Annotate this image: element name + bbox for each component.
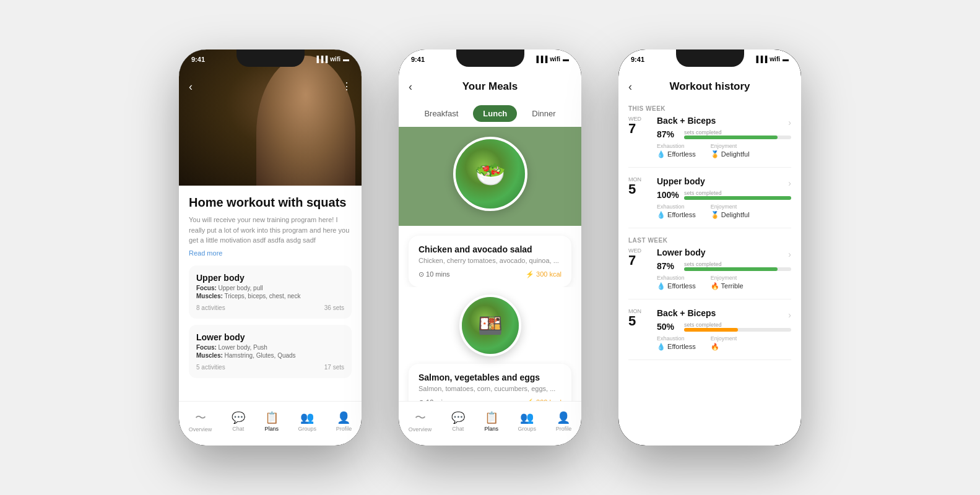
meal-name-2: Salmon, vegetables and eggs	[418, 372, 562, 382]
overview-icon: 〜	[195, 410, 206, 425]
nav-overview-2[interactable]: 〜 Overview	[409, 410, 432, 433]
meta-row-3: Exhaustion 💧 Effortless Enjoyment 🔥 Terr…	[657, 275, 791, 290]
progress-row-2: 100% sets completed	[657, 190, 791, 200]
status-icons-2: ▐▐▐ wifi ▬	[534, 56, 569, 62]
upper-body-activities: 8 activities	[196, 304, 225, 311]
bar-container-3	[684, 267, 791, 271]
share-button[interactable]: ⋮	[342, 80, 352, 92]
lower-body-name: Lower body	[196, 332, 344, 342]
signal-icon-2: ▐▐▐	[534, 56, 547, 62]
bar-container-4	[684, 328, 791, 332]
time-2: 9:41	[411, 56, 425, 63]
num-7b: 7	[628, 254, 636, 267]
lower-body-focus: Focus: Lower body, Push	[196, 344, 344, 351]
chevron-icon-4: ›	[788, 310, 791, 320]
upper-body-sets: 36 sets	[324, 304, 344, 311]
upper-body-card[interactable]: Upper body Focus: Upper body, pull Muscl…	[189, 265, 352, 319]
lower-body-card[interactable]: Lower body Focus: Lower body, Push Muscl…	[189, 325, 352, 378]
num-7a: 7	[628, 122, 636, 136]
history-title: Workout history	[669, 80, 750, 93]
signal-icon: ▐▐▐	[314, 56, 327, 62]
chat-label: Chat	[232, 426, 244, 432]
nav-profile-1[interactable]: 👤 Profile	[336, 411, 352, 432]
nav-profile-2[interactable]: 👤 Profile	[556, 411, 572, 432]
chevron-icon-1: ›	[788, 118, 791, 127]
nav-groups-2[interactable]: 👥 Groups	[518, 411, 537, 432]
lower-body-stats: 5 activities 17 sets	[196, 364, 344, 371]
battery-icon-2: ▬	[563, 56, 569, 62]
status-icons-1: ▐▐▐ wifi ▬	[314, 56, 349, 62]
tab-lunch[interactable]: Lunch	[473, 105, 517, 122]
wifi-icon: wifi	[330, 56, 340, 62]
meta-row-4: Exhaustion 💧 Effortless Enjoyment 🔥	[657, 335, 791, 351]
tab-dinner[interactable]: Dinner	[522, 105, 565, 122]
nav-plans-1[interactable]: 📋 Plans	[264, 411, 279, 432]
nav-chat-1[interactable]: 💬 Chat	[232, 411, 245, 432]
meal-image-2: 🍱	[459, 295, 521, 356]
meta-row-2: Exhaustion 💧 Effortless Enjoyment 🏅 Deli…	[657, 204, 791, 219]
upper-body-name: Upper body	[196, 273, 344, 283]
progress-row-1: 87% sets completed	[657, 129, 791, 139]
upper-body-focus: Focus: Upper body, pull	[196, 285, 344, 291]
workout-upper-body: Upper body	[657, 176, 705, 186]
nav-chat-2[interactable]: 💬 Chat	[451, 411, 465, 432]
num-5b: 5	[628, 314, 636, 328]
workout-lower-body: Lower body	[657, 248, 706, 257]
meta-row-1: Exhaustion 💧 Effortless Enjoyment 🏅 Deli…	[657, 143, 791, 158]
wifi-icon-3: wifi	[770, 56, 780, 62]
workout-row-wed7[interactable]: WED 7 Back + Biceps › 87% sets completed	[628, 116, 791, 168]
back-button-1[interactable]: ‹	[189, 80, 193, 93]
lower-body-activities: 5 activities	[196, 364, 225, 371]
nav-groups-1[interactable]: 👥 Groups	[298, 411, 317, 432]
time-1: 9:41	[191, 56, 205, 63]
detail-mon5a: Upper body › 100% sets completed	[657, 176, 791, 219]
pct-50: 50%	[657, 322, 679, 332]
enjoyment-1: Enjoyment 🏅 Delightful	[711, 143, 750, 158]
nav-overview-1[interactable]: 〜 Overview	[189, 410, 212, 433]
detail-wed7b: Lower body › 87% sets completed	[657, 248, 791, 290]
workout-row-mon5b[interactable]: MON 5 Back + Biceps › 50% sets completed	[628, 308, 791, 360]
pct-100: 100%	[657, 190, 679, 200]
salmon-art: 🍱	[462, 297, 519, 354]
meal-card-1[interactable]: Chicken and avocado salad Chicken, cherr…	[409, 236, 571, 287]
tab-breakfast[interactable]: Breakfast	[414, 105, 468, 122]
workout-row-mon5a[interactable]: MON 5 Upper body › 100% sets completed	[628, 176, 791, 228]
progress-bar-3	[684, 267, 778, 271]
progress-bar-4	[684, 328, 738, 332]
section-last-week: LAST WEEK	[628, 237, 791, 244]
date-wed7b: WED 7	[628, 248, 651, 290]
read-more-link[interactable]: Read more	[189, 249, 352, 257]
upper-body-stats: 8 activities 36 sets	[196, 304, 344, 311]
history-content: THIS WEEK WED 7 Back + Biceps › 87% sets…	[618, 100, 801, 441]
back-button-3[interactable]: ‹	[628, 80, 632, 93]
back-button-2[interactable]: ‹	[409, 80, 412, 93]
meal-kcal-1: ⚡ 300 kcal	[526, 270, 562, 278]
workout-description: You will receive your new training progr…	[189, 215, 352, 246]
nav-plans-2[interactable]: 📋 Plans	[484, 411, 498, 432]
exhaustion-1: Exhaustion 💧 Effortless	[657, 143, 696, 158]
meal-tabs: Breakfast Lunch Dinner	[399, 105, 581, 122]
pct-87a: 87%	[657, 129, 679, 139]
overview-label: Overview	[189, 426, 212, 433]
phone-3: 9:41 ▐▐▐ wifi ▬ ‹ Workout history THIS W…	[618, 50, 801, 446]
workout-row-wed7b[interactable]: WED 7 Lower body › 87% sets completed	[628, 248, 791, 299]
upper-body-muscles: Muscles: Triceps, biceps, chest, neck	[196, 293, 344, 299]
date-wed7: WED 7	[628, 116, 651, 158]
signal-icon-3: ▐▐▐	[754, 56, 767, 62]
sets-label-1: sets completed	[684, 129, 791, 136]
notch-2	[456, 50, 524, 67]
meals-title: Your Meals	[409, 80, 571, 93]
progress-row-3: 87% sets completed	[657, 261, 791, 271]
enjoyment-3: Enjoyment 🔥 Terrible	[711, 275, 744, 290]
section-this-week: THIS WEEK	[628, 105, 791, 112]
date-mon5a: MON 5	[628, 176, 651, 219]
groups-icon: 👥	[300, 411, 314, 424]
battery-icon-3: ▬	[783, 56, 789, 62]
battery-icon: ▬	[343, 56, 349, 62]
salad-art: 🥗	[456, 139, 525, 209]
workout-back-biceps-2: Back + Biceps	[657, 308, 716, 318]
bottom-nav-2: 〜 Overview 💬 Chat 📋 Plans 👥 Groups 👤 Pro…	[399, 401, 581, 446]
workout-title: Home workout with squats	[189, 196, 352, 210]
meal-ingredients-1: Chicken, cherry tomatoes, avocado, quino…	[418, 257, 562, 264]
num-5a: 5	[628, 183, 636, 196]
